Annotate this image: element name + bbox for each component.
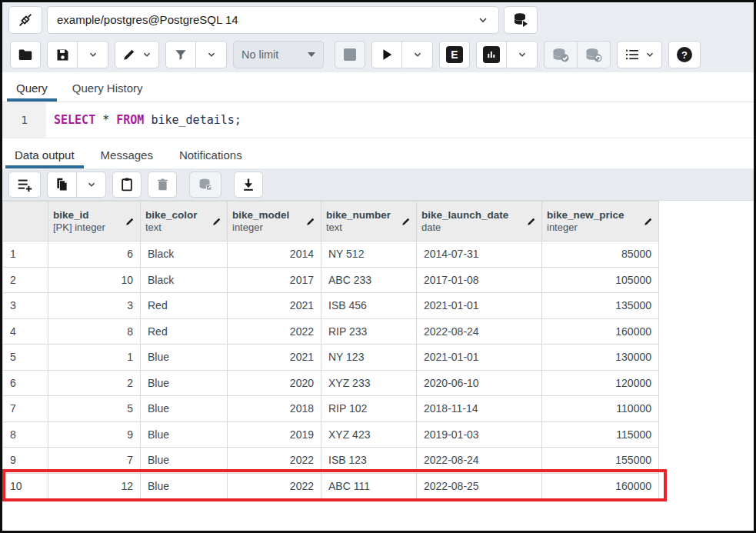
- execute-options-dropdown[interactable]: [402, 41, 433, 68]
- cell[interactable]: NY 123: [321, 345, 417, 371]
- cell[interactable]: 115000: [542, 421, 659, 448]
- cell[interactable]: ABC 233: [321, 267, 417, 293]
- cell[interactable]: 85000: [542, 242, 659, 268]
- cell[interactable]: NY 512: [321, 242, 417, 268]
- tab-messages[interactable]: Messages: [92, 142, 162, 168]
- cell[interactable]: RIP 102: [321, 396, 417, 422]
- explain-analyze-button[interactable]: [476, 41, 507, 68]
- filter-options-dropdown[interactable]: [196, 41, 227, 68]
- cell[interactable]: 2022: [228, 448, 321, 474]
- download-button[interactable]: [234, 172, 263, 198]
- cell[interactable]: 160000: [542, 318, 659, 345]
- cell[interactable]: 2022: [228, 318, 321, 345]
- sql-editor[interactable]: 1 SELECT * FROM bike_details;: [2, 102, 754, 138]
- row-number-cell[interactable]: 10: [3, 473, 48, 499]
- cell[interactable]: 6: [48, 242, 141, 268]
- column-header-bike-id[interactable]: bike_id [PK] integer: [48, 202, 141, 242]
- edit-column-icon[interactable]: [401, 216, 411, 227]
- row-number-cell[interactable]: 7: [3, 396, 48, 422]
- cell[interactable]: 2022-08-24: [417, 448, 542, 474]
- column-header-bike-color[interactable]: bike_color text: [141, 202, 228, 242]
- rollback-button[interactable]: [578, 41, 611, 68]
- row-number-cell[interactable]: 5: [3, 345, 48, 371]
- row-number-cell[interactable]: 6: [3, 370, 48, 396]
- row-number-cell[interactable]: 3: [3, 293, 48, 319]
- macros-dropdown-button[interactable]: [617, 41, 662, 68]
- edit-column-icon[interactable]: [211, 216, 222, 227]
- cell[interactable]: 120000: [542, 370, 659, 396]
- cell[interactable]: 5: [48, 396, 141, 422]
- sql-code-line[interactable]: SELECT * FROM bike_details;: [46, 113, 241, 127]
- cell[interactable]: 3: [48, 293, 141, 319]
- cell[interactable]: ISB 123: [321, 448, 417, 474]
- row-limit-select[interactable]: No limit: [233, 41, 324, 68]
- cell[interactable]: 2018-11-14: [417, 396, 542, 422]
- edit-column-icon[interactable]: [643, 216, 654, 227]
- cell[interactable]: 2: [48, 370, 141, 396]
- tab-query[interactable]: Query: [7, 75, 57, 102]
- explain-options-dropdown[interactable]: [507, 41, 538, 68]
- add-row-button[interactable]: [8, 172, 41, 198]
- cell[interactable]: 8: [48, 318, 141, 345]
- cell[interactable]: ISB 456: [321, 293, 417, 319]
- cell[interactable]: 135000: [542, 293, 659, 319]
- open-file-button[interactable]: [10, 41, 41, 68]
- cell[interactable]: Blue: [141, 345, 228, 371]
- row-number-header[interactable]: [3, 202, 48, 242]
- cell[interactable]: 2021: [228, 293, 321, 319]
- cell[interactable]: 155000: [542, 448, 659, 474]
- cell[interactable]: 2022-08-24: [417, 318, 542, 345]
- filter-button[interactable]: [165, 41, 196, 68]
- cancel-query-button[interactable]: [335, 41, 365, 68]
- cell[interactable]: Red: [141, 293, 228, 319]
- row-number-cell[interactable]: 4: [3, 318, 48, 345]
- cell[interactable]: Red: [141, 318, 228, 345]
- connection-selector[interactable]: example/postgres@PostgreSQL 14: [47, 6, 499, 34]
- cell[interactable]: 2018: [228, 396, 321, 422]
- row-number-cell[interactable]: 2: [3, 267, 48, 293]
- edit-column-icon[interactable]: [305, 216, 316, 227]
- cell[interactable]: Black: [141, 267, 228, 293]
- cell[interactable]: 2017: [228, 267, 321, 293]
- cell[interactable]: 105000: [542, 267, 659, 293]
- edit-column-icon[interactable]: [125, 216, 135, 227]
- column-header-bike-new-price[interactable]: bike_new_price integer: [542, 202, 659, 242]
- edit-dropdown-button[interactable]: [115, 41, 159, 68]
- cell[interactable]: 12: [48, 473, 141, 499]
- edit-column-icon[interactable]: [526, 216, 537, 227]
- tab-data-output[interactable]: Data output: [5, 142, 84, 168]
- cell[interactable]: 2022: [228, 473, 321, 499]
- cell[interactable]: Black: [141, 242, 228, 268]
- row-number-cell[interactable]: 8: [3, 421, 48, 448]
- cell[interactable]: 130000: [542, 345, 659, 371]
- cell[interactable]: 160000: [542, 473, 659, 499]
- cell[interactable]: Blue: [141, 396, 228, 422]
- execute-button[interactable]: [371, 41, 402, 68]
- commit-button[interactable]: [544, 41, 578, 68]
- save-options-dropdown[interactable]: [78, 41, 108, 68]
- cell[interactable]: 10: [48, 267, 141, 293]
- cell[interactable]: Blue: [141, 370, 228, 396]
- cell[interactable]: Blue: [141, 448, 228, 474]
- cell[interactable]: Blue: [141, 473, 228, 499]
- cell[interactable]: 1: [48, 345, 141, 371]
- cell[interactable]: 2017-01-08: [417, 267, 542, 293]
- help-button[interactable]: ?: [668, 41, 701, 68]
- cell[interactable]: 2021-01-01: [417, 345, 542, 371]
- paste-button[interactable]: [112, 172, 142, 198]
- cell[interactable]: XYZ 233: [321, 370, 417, 396]
- save-data-changes-button[interactable]: [189, 172, 221, 198]
- row-number-cell[interactable]: 9: [3, 448, 48, 474]
- column-header-bike-launch-date[interactable]: bike_launch_date date: [417, 202, 542, 242]
- cell[interactable]: 2021-01-01: [417, 293, 542, 319]
- explain-button[interactable]: E: [439, 41, 470, 68]
- cell[interactable]: 7: [48, 448, 141, 474]
- cell[interactable]: 2022-08-25: [417, 473, 542, 499]
- cell[interactable]: 2019-01-03: [417, 421, 542, 448]
- cell[interactable]: ABC 111: [321, 473, 417, 499]
- cell[interactable]: 2021: [228, 345, 321, 371]
- tab-query-history[interactable]: Query History: [63, 75, 152, 102]
- copy-options-dropdown[interactable]: [77, 172, 106, 198]
- cell[interactable]: Blue: [141, 421, 228, 448]
- save-button[interactable]: [47, 41, 78, 68]
